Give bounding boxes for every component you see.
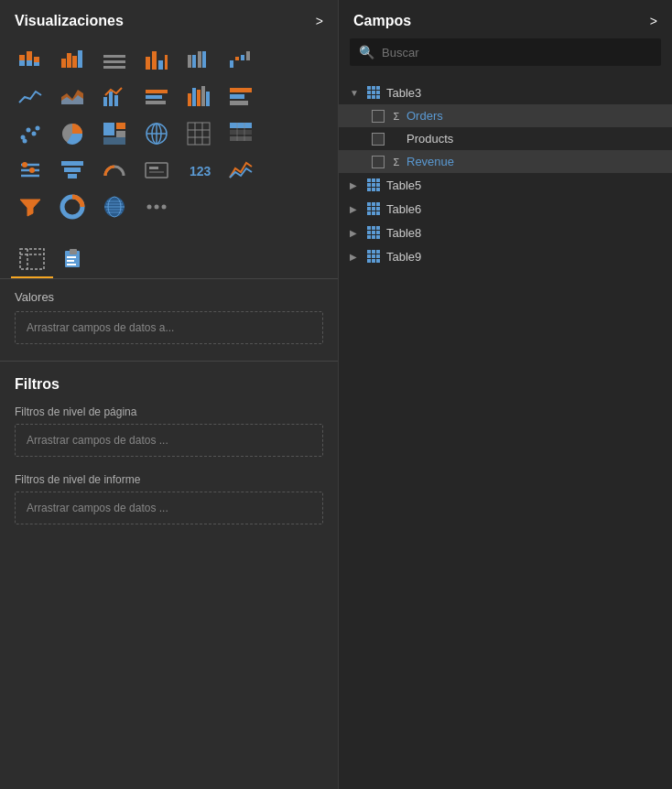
viz-icon-grouped-bar[interactable] [179,44,218,77]
viz-icon-bar-grouped2[interactable] [137,81,176,113]
campos-panel: Campos > 🔍 ▼ Table3 Σ Orders [339,0,672,789]
table5-arrow: ▶ [350,180,361,190]
viz-icon-bar3[interactable] [222,81,260,113]
table3-label: Table3 [386,86,421,100]
table9-arrow: ▶ [350,252,361,262]
svg-rect-38 [230,88,252,92]
table-tree: ▼ Table3 Σ Orders Products Σ [339,77,672,272]
campos-collapse-arrow[interactable]: > [650,14,657,28]
svg-rect-29 [114,95,118,106]
svg-rect-33 [188,93,191,106]
svg-rect-50 [103,137,125,145]
svg-point-78 [147,205,152,210]
svg-rect-67 [61,161,83,166]
campos-header: Campos > [339,0,672,38]
svg-rect-85 [70,249,77,254]
viz-icon-donut[interactable] [53,190,92,223]
filters-section: Filtros Filtros de nivel de página Arras… [0,361,338,530]
valores-section: Valores Arrastrar campos de datos a... [0,279,338,361]
viz-icon-lines[interactable] [95,44,134,77]
page-level-drop-zone[interactable]: Arrastrar campos de datos ... [15,424,323,457]
report-level-drop-zone[interactable]: Arrastrar campos de datos ... [15,492,323,524]
viz-icon-treemap[interactable] [95,117,134,150]
svg-rect-16 [165,55,168,70]
viz-icon-table[interactable] [222,117,260,150]
report-level-label: Filtros de nivel de informe [15,473,323,486]
table6-label: Table6 [386,202,421,216]
table9-label: Table9 [386,250,421,264]
svg-point-44 [36,126,40,131]
viz-icon-stacked-bar[interactable] [11,44,49,77]
viz-icon-card[interactable] [137,154,176,187]
viz-icon-area-chart[interactable] [53,81,92,113]
svg-rect-8 [72,56,77,68]
orders-field-row[interactable]: Σ Orders [339,104,672,127]
viz-tab-format[interactable] [53,240,95,278]
viz-icon-column-chart[interactable] [137,44,176,77]
svg-rect-18 [192,55,196,68]
svg-point-42 [27,128,31,133]
viz-row-3 [11,117,327,150]
search-input[interactable] [382,46,652,59]
viz-icon-line-chart[interactable] [11,81,49,113]
viz-icon-kpi[interactable]: 123 [179,154,218,187]
svg-rect-30 [146,90,168,93]
svg-rect-47 [103,123,114,135]
page-level-label: Filtros de nivel de página [15,405,323,418]
table5-row[interactable]: ▶ Table5 [339,173,672,197]
viz-icon-map[interactable] [95,190,134,223]
visualizations-collapse-arrow[interactable]: > [316,14,323,28]
viz-icons-grid: 123 [0,38,338,232]
orders-checkbox[interactable] [372,110,385,123]
viz-icon-waterfall[interactable] [222,44,260,77]
svg-point-43 [32,132,37,136]
valores-drop-zone[interactable]: Arrastrar campos de datos a... [15,311,323,344]
viz-icon-more[interactable] [137,190,176,223]
svg-rect-72 [149,171,164,173]
revenue-sigma: Σ [390,157,403,168]
viz-icon-bar-chart[interactable] [53,44,92,77]
visualizations-header: Visualizaciones > [0,0,338,38]
svg-rect-61 [230,130,252,135]
table8-icon [364,225,383,240]
viz-icon-filter[interactable] [11,190,49,223]
svg-rect-27 [103,97,107,106]
svg-rect-32 [146,101,166,104]
viz-icon-gauge2[interactable] [222,154,260,187]
svg-rect-6 [61,59,66,68]
svg-rect-69 [68,174,77,178]
viz-icon-matrix[interactable] [179,117,218,150]
viz-icon-funnel[interactable] [53,154,92,187]
viz-icon-column2[interactable] [179,81,218,113]
table6-row[interactable]: ▶ Table6 [339,197,672,221]
table5-label: Table5 [386,178,421,192]
svg-rect-20 [202,51,206,68]
products-field-row[interactable]: Products [339,127,672,150]
revenue-field-row[interactable]: Σ Revenue [339,150,672,173]
table9-row[interactable]: ▶ Table9 [339,244,672,268]
svg-rect-71 [149,167,158,169]
table8-arrow: ▶ [350,228,361,238]
viz-icon-pie[interactable] [53,117,92,150]
table8-row[interactable]: ▶ Table8 [339,221,672,244]
svg-rect-34 [192,88,196,106]
orders-label: Orders [406,109,443,123]
page-drop-text: Arrastrar campos de datos ... [27,434,168,447]
search-box: 🔍 [350,38,661,66]
svg-rect-14 [152,51,157,70]
report-drop-text: Arrastrar campos de datos ... [27,502,168,514]
viz-icon-globe[interactable] [137,117,176,150]
table3-row[interactable]: ▼ Table3 [339,81,672,104]
viz-icon-scatter[interactable] [11,117,49,150]
table9-icon [364,249,383,264]
viz-icon-gauge[interactable] [95,154,134,187]
viz-tab-fields[interactable] [11,240,53,278]
viz-icon-combo[interactable] [95,81,134,113]
products-checkbox[interactable] [372,133,385,146]
valores-label: Valores [15,290,323,304]
orders-sigma: Σ [390,111,403,122]
svg-rect-87 [67,260,74,262]
viz-icon-slicer[interactable] [11,154,49,187]
revenue-checkbox[interactable] [372,156,385,168]
svg-rect-10 [103,55,125,58]
